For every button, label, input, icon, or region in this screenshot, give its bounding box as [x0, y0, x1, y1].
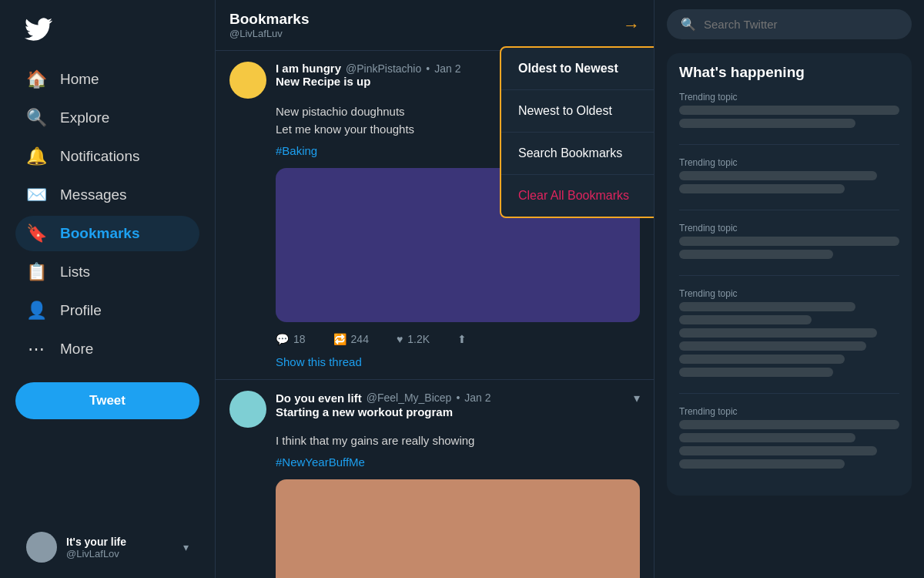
sidebar-footer[interactable]: It's your life @LivLafLov ▾ — [15, 524, 199, 570]
sidebar: 🏠 Home 🔍 Explore 🔔 Notifications ✉️ Mess… — [0, 0, 216, 578]
notifications-icon: 🔔 — [26, 146, 46, 166]
twitter-logo-icon — [25, 15, 52, 43]
trending-body — [679, 420, 899, 429]
feed-handle: @LivLafLuv — [229, 28, 310, 39]
trending-section: Trending topic — [679, 92, 899, 145]
trending-body — [679, 119, 855, 128]
trending-body — [679, 328, 877, 338]
sort-dropdown: Oldest to Newest Newest to Oldest Search… — [500, 46, 654, 218]
trending-body — [679, 446, 877, 455]
sidebar-nav: 🏠 Home 🔍 Explore 🔔 Notifications ✉️ Mess… — [15, 62, 199, 367]
retweet-count: 244 — [351, 331, 369, 348]
trending-body — [679, 315, 812, 324]
sort-oldest-newest[interactable]: Oldest to Newest — [501, 48, 654, 90]
tweet-date-value: Jan 2 — [434, 62, 460, 75]
tweet-body: I think that my gains are really showing — [276, 432, 640, 450]
comment-icon: 💬 — [276, 331, 289, 348]
trending-body — [679, 433, 855, 442]
trending-body — [679, 368, 833, 377]
tweet-button[interactable]: Tweet — [15, 382, 199, 419]
avatar — [229, 62, 266, 99]
trending-body — [679, 250, 833, 259]
trending-section: Trending topic — [679, 406, 899, 485]
messages-icon: ✉️ — [26, 185, 46, 205]
trending-body — [679, 171, 877, 180]
twitter-logo — [15, 8, 199, 54]
sort-arrow-icon: → — [623, 15, 640, 35]
sidebar-item-messages[interactable]: ✉️ Messages — [15, 177, 199, 213]
trending-topic-label: Trending topic — [679, 223, 899, 234]
tweet-share-action[interactable]: ⬆ — [457, 331, 467, 348]
sidebar-item-lists[interactable]: 📋 Lists — [15, 254, 199, 290]
comment-count: 18 — [293, 331, 306, 348]
bookmarks-icon: 🔖 — [26, 223, 46, 244]
tweet-body-line2: Let me know your thoughts — [276, 123, 414, 136]
chevron-down-icon: ▾ — [634, 391, 640, 405]
lists-icon: 📋 — [26, 262, 46, 282]
tweet-author-name: Do you even lift — [276, 391, 362, 405]
trending-body — [679, 302, 855, 311]
tweet-like-action[interactable]: ♥ 1.2K — [397, 331, 430, 348]
tweet-hashtag: #NewYearBuffMe — [276, 454, 640, 472]
sidebar-item-profile[interactable]: 👤 Profile — [15, 293, 199, 328]
sidebar-item-explore[interactable]: 🔍 Explore — [15, 100, 199, 136]
trending-section: Trending topic — [679, 223, 899, 276]
chevron-down-icon: ▾ — [183, 541, 189, 553]
search-input[interactable] — [704, 18, 898, 31]
sort-newest-oldest[interactable]: Newest to Oldest — [501, 90, 654, 133]
sidebar-item-bookmarks[interactable]: 🔖 Bookmarks — [15, 216, 199, 251]
sidebar-item-profile-label: Profile — [60, 302, 102, 319]
tweet-body-line1: New pistachio doughnuts — [276, 105, 405, 118]
trending-topic-label: Trending topic — [679, 406, 899, 417]
profile-icon: 👤 — [26, 301, 46, 321]
show-thread-link[interactable]: Show this thread — [276, 355, 640, 368]
search-bar[interactable]: 🔍 — [667, 9, 912, 39]
sidebar-item-home[interactable]: 🏠 Home — [15, 62, 199, 97]
trending-section: Trending topic — [679, 157, 899, 210]
whats-happening-panel: What's happening Trending topic Trending… — [667, 53, 912, 496]
page-title: Bookmarks — [229, 11, 310, 28]
tweet-date-value: Jan 2 — [464, 391, 490, 404]
trending-body — [679, 184, 845, 193]
tweet-retweet-action[interactable]: 🔁 244 — [333, 331, 369, 348]
trending-body — [679, 355, 845, 364]
trending-body — [679, 459, 845, 469]
tweet-author-handle: @Feel_My_Bicep — [367, 391, 452, 404]
more-icon: ⋯ — [26, 339, 46, 359]
sidebar-item-notifications-label: Notifications — [60, 148, 140, 165]
explore-icon: 🔍 — [26, 108, 46, 128]
sidebar-item-home-label: Home — [60, 71, 99, 88]
sidebar-item-messages-label: Messages — [60, 187, 127, 203]
sidebar-item-more-label: More — [60, 341, 93, 358]
footer-handle: @LivLafLov — [66, 548, 174, 560]
trending-body — [679, 237, 899, 246]
tweet-author-handle: @PinkPistachio — [346, 62, 421, 75]
sort-clear-all[interactable]: Clear All Bookmarks — [501, 175, 654, 217]
share-icon: ⬆ — [457, 331, 467, 348]
trending-topic-label: Trending topic — [679, 92, 899, 102]
tweet-card[interactable]: Do you even lift @Feel_My_Bicep • Jan 2 … — [216, 380, 654, 579]
tweet-image — [276, 479, 640, 579]
trending-body — [679, 106, 899, 115]
sidebar-item-explore-label: Explore — [60, 109, 109, 126]
right-sidebar: 🔍 What's happening Trending topic Trendi… — [654, 0, 924, 578]
search-icon: 🔍 — [681, 17, 696, 32]
sidebar-item-notifications[interactable]: 🔔 Notifications — [15, 139, 199, 174]
like-icon: ♥ — [397, 331, 403, 348]
home-icon: 🏠 — [26, 69, 46, 89]
trending-topic-label: Trending topic — [679, 288, 899, 299]
whats-happening-title: What's happening — [679, 64, 899, 81]
sidebar-item-lists-label: Lists — [60, 264, 90, 281]
footer-name: It's your life — [66, 536, 174, 548]
trending-section: Trending topic — [679, 288, 899, 394]
avatar — [26, 532, 57, 563]
retweet-icon: 🔁 — [333, 331, 346, 348]
main-feed: Bookmarks @LivLafLuv → Oldest to Newest … — [216, 0, 654, 578]
tweet-comment-action[interactable]: 💬 18 — [276, 331, 306, 348]
sidebar-item-more[interactable]: ⋯ More — [15, 331, 199, 367]
feed-header: Bookmarks @LivLafLuv → Oldest to Newest … — [216, 0, 654, 51]
tweet-title: New Recipe is up — [276, 75, 460, 88]
trending-topic-label: Trending topic — [679, 157, 899, 168]
tweet-date-sep: • — [456, 391, 460, 404]
sort-search-bookmarks[interactable]: Search Bookmarks — [501, 133, 654, 175]
